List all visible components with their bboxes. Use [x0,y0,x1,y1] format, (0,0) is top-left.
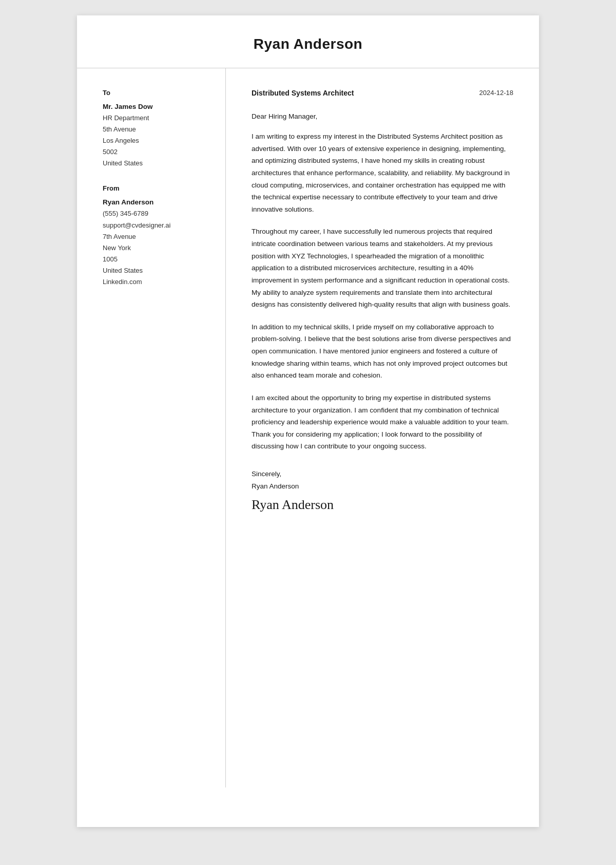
recipient-zip: 5002 [103,146,210,158]
sender-country: United States [103,265,210,276]
sender-zip: 1005 [103,254,210,265]
paragraph-3: In addition to my technical skills, I pr… [252,321,513,382]
recipient-country: United States [103,158,210,169]
right-column: Distributed Systems Architect 2024-12-18… [226,68,539,787]
signature-cursive: Ryan Anderson [252,497,513,513]
recipient-name: Mr. James Dow [103,103,210,110]
recipient-department: HR Department [103,112,210,124]
paragraph-4: I am excited about the opportunity to br… [252,392,513,453]
sender-street: 7th Avenue [103,231,210,242]
sender-city: New York [103,242,210,254]
job-title: Distributed Systems Architect [252,89,354,97]
job-title-row: Distributed Systems Architect 2024-12-18 [252,89,513,97]
header: Ryan Anderson [77,15,539,68]
from-label: From [103,184,210,192]
paragraph-2: Throughout my career, I have successfull… [252,225,513,310]
from-section: From Ryan Anderson (555) 345-6789 suppor… [103,184,210,288]
date: 2024-12-18 [479,89,514,97]
applicant-name: Ryan Anderson [108,36,508,52]
paragraph-1: I am writing to express my interest in t… [252,130,513,215]
closing-name: Ryan Anderson [252,480,513,493]
salutation: Dear Hiring Manager, [252,112,513,120]
left-column: To Mr. James Dow HR Department 5th Avenu… [77,68,226,787]
sender-phone: (555) 345-6789 [103,208,210,219]
body: To Mr. James Dow HR Department 5th Avenu… [77,68,539,787]
sender-website: Linkedin.com [103,276,210,288]
to-label: To [103,89,210,97]
sender-name: Ryan Anderson [103,198,210,206]
cover-letter-page: Ryan Anderson To Mr. James Dow HR Depart… [77,15,539,827]
recipient-city: Los Angeles [103,135,210,146]
closing: Sincerely, Ryan Anderson Ryan Anderson [252,468,513,513]
recipient-street: 5th Avenue [103,124,210,135]
closing-word: Sincerely, [252,468,513,480]
to-section: To Mr. James Dow HR Department 5th Avenu… [103,89,210,169]
sender-email: support@cvdesigner.ai [103,220,210,231]
